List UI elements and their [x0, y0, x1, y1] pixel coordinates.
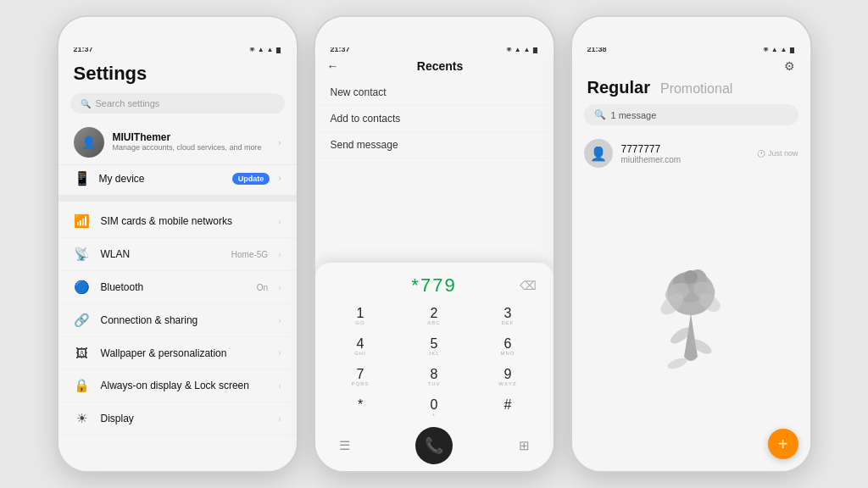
settings-divider: [58, 195, 297, 202]
settings-item-icon-1: 📡: [74, 247, 91, 262]
p3-signal-icon: ▲: [771, 46, 778, 53]
search-icon: 🔍: [81, 99, 91, 108]
p3-battery-icon: ▊: [790, 46, 795, 53]
settings-item-6[interactable]: ☀ Display ›: [58, 402, 297, 435]
phone2-inner: 21:37 ✳ ▲ ▲ ▊ ← Recents New contact Add …: [315, 41, 554, 471]
dial-key-num-3: 4: [357, 337, 364, 351]
delete-icon[interactable]: ⌫: [520, 279, 537, 292]
tab-regular[interactable]: Regular: [587, 78, 650, 97]
settings-item-icon-6: ☀: [74, 411, 91, 426]
dial-key-letters-6: PQRS: [351, 381, 369, 388]
profile-row[interactable]: 👤 MIUIThemer Manage accounts, cloud serv…: [58, 120, 297, 164]
settings-item-chevron-3: ›: [278, 316, 281, 325]
settings-item-label-5: Always-on display & Lock screen: [101, 380, 269, 391]
dialer-screen: ← Recents New contact Add to contacts Se…: [315, 56, 554, 471]
recent-add-contacts[interactable]: Add to contacts: [315, 106, 554, 132]
dial-key-num-1: 2: [431, 307, 438, 320]
dial-key-7[interactable]: 7 PQRS: [324, 363, 398, 393]
msg-search-value: 1 message: [611, 110, 657, 120]
settings-item-chevron-0: ›: [278, 217, 281, 226]
device-chevron: ›: [278, 174, 281, 183]
my-device-row[interactable]: 📱 My device Update ›: [58, 164, 297, 191]
contacts-grid-icon[interactable]: ⊞: [519, 438, 530, 453]
compose-fab[interactable]: +: [768, 429, 798, 459]
tab-promotional[interactable]: Promotional: [660, 81, 732, 97]
dialpad-actions: ☰ 📞 ⊞: [324, 424, 545, 466]
profile-info: MIUIThemer Manage accounts, cloud servic…: [113, 131, 270, 153]
msg-info: 7777777 miuithemer.com: [621, 143, 748, 164]
settings-item-5[interactable]: 🔒 Always-on display & Lock screen ›: [58, 369, 297, 402]
phone-settings: 21:37 ✳ ▲ ▲ ▊ Settings 🔍 Search settings…: [57, 15, 298, 473]
dial-input-row: *779 ⌫: [324, 271, 545, 302]
msg-time-value: Just now: [768, 149, 798, 158]
settings-item-4[interactable]: 🖼 Wallpaper & personalization ›: [58, 337, 297, 369]
call-button[interactable]: 📞: [415, 427, 453, 464]
dial-key-num-5: 6: [504, 337, 512, 351]
dial-key-6[interactable]: 6 MNO: [471, 332, 545, 363]
settings-item-0[interactable]: 📶 SIM cards & mobile networks ›: [58, 205, 297, 238]
dial-key-letters-3: GHI: [354, 351, 366, 358]
phone2-status-right: ✳ ▲ ▲ ▊: [506, 46, 538, 53]
p2-bluetooth-icon: ✳: [506, 46, 512, 53]
battery-icon: ▊: [276, 46, 281, 53]
settings-items-container: 📶 SIM cards & mobile networks › 📡 WLAN H…: [58, 205, 297, 435]
search-placeholder: Search settings: [96, 98, 160, 108]
dial-key-num-6: 7: [357, 368, 364, 381]
settings-item-value-1: Home-5G: [231, 250, 268, 259]
dial-key-#[interactable]: #: [471, 393, 545, 424]
update-badge[interactable]: Update: [232, 173, 270, 185]
avatar: 👤: [74, 127, 104, 158]
device-icon: 📱: [74, 170, 91, 186]
settings-item-1[interactable]: 📡 WLAN Home-5G ›: [58, 238, 297, 271]
recents-list: New contact Add to contacts Send message: [315, 76, 554, 162]
menu-icon[interactable]: ☰: [339, 438, 350, 453]
dial-key-3[interactable]: 3 DEF: [471, 302, 545, 332]
dial-key-9[interactable]: 9 WXYZ: [471, 363, 545, 393]
dial-key-*[interactable]: *: [324, 393, 398, 424]
settings-item-chevron-1: ›: [278, 250, 281, 259]
dial-key-1[interactable]: 1 GO: [324, 302, 398, 332]
dial-key-num-7: 8: [431, 368, 438, 381]
dial-key-0[interactable]: 0 +: [398, 393, 471, 424]
dial-key-letters-10: +: [432, 412, 437, 419]
dial-key-num-9: *: [358, 398, 363, 412]
settings-item-chevron-4: ›: [278, 348, 281, 358]
settings-item-icon-4: 🖼: [74, 346, 91, 360]
settings-item-label-0: SIM cards & mobile networks: [101, 215, 269, 227]
back-arrow-icon[interactable]: ←: [327, 59, 339, 73]
settings-screen: Settings 🔍 Search settings 👤 MIUIThemer …: [58, 56, 297, 471]
settings-search-bar[interactable]: 🔍 Search settings: [70, 93, 285, 114]
phone1-inner: 21:37 ✳ ▲ ▲ ▊ Settings 🔍 Search settings…: [58, 41, 297, 471]
message-list-item[interactable]: 👤 7777777 miuithemer.com 🕐 Just now: [572, 132, 810, 175]
settings-item-label-2: Bluetooth: [101, 281, 247, 293]
dial-input[interactable]: *779: [332, 274, 537, 297]
settings-item-icon-0: 📶: [74, 214, 91, 229]
dial-key-letters-1: ABC: [427, 320, 440, 327]
recent-new-contact[interactable]: New contact: [315, 80, 554, 106]
dial-key-4[interactable]: 4 GHI: [324, 332, 398, 363]
settings-title: Settings: [58, 56, 297, 90]
dial-key-letters-7: TUV: [428, 381, 441, 388]
settings-item-label-3: Connection & sharing: [101, 314, 269, 326]
messages-search[interactable]: 🔍 1 message: [584, 104, 798, 125]
profile-subtitle: Manage accounts, cloud services, and mor…: [113, 143, 270, 153]
rose-decoration-area: *779 ⌫ 1 GO 2 ABC 3 DEF 4 GHI 5 JKL 6 MN…: [315, 162, 554, 471]
dial-key-letters-4: JKL: [428, 351, 439, 358]
dial-key-num-2: 3: [504, 307, 512, 320]
settings-item-chevron-6: ›: [278, 414, 281, 424]
dial-key-letters-8: WXYZ: [498, 381, 516, 388]
dial-key-2[interactable]: 2 ABC: [398, 302, 471, 332]
recent-send-message[interactable]: Send message: [315, 132, 554, 158]
settings-item-2[interactable]: 🔵 Bluetooth On ›: [58, 271, 297, 304]
dial-key-5[interactable]: 5 JKL: [398, 332, 471, 363]
dial-key-num-8: 9: [504, 368, 512, 381]
settings-item-3[interactable]: 🔗 Connection & sharing ›: [58, 304, 297, 337]
dialer-header: ← Recents: [315, 56, 554, 76]
dial-key-num-10: 0: [431, 398, 438, 412]
msg-time: 🕐 Just now: [757, 149, 798, 158]
clock-icon: 🕐: [757, 150, 765, 158]
gear-icon[interactable]: ⚙: [784, 59, 795, 73]
dial-key-num-4: 5: [431, 337, 438, 351]
msg-rose-area: [572, 175, 810, 471]
dial-key-8[interactable]: 8 TUV: [398, 363, 471, 393]
